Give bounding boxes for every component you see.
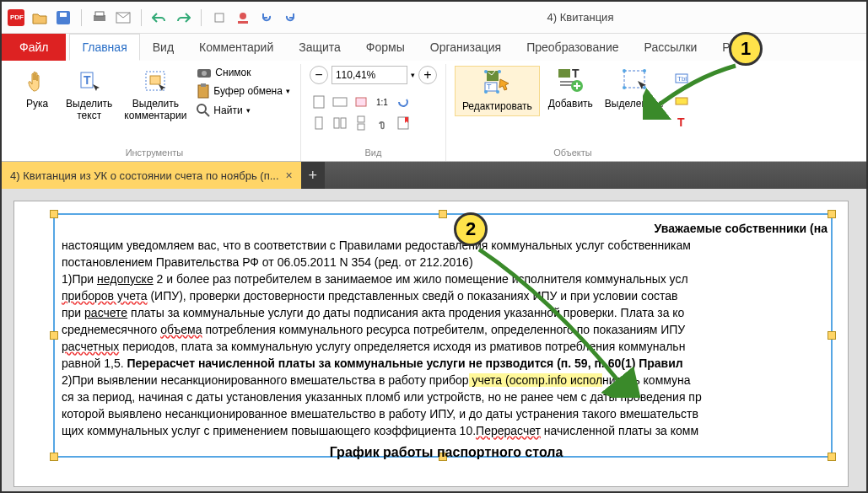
find-button[interactable]: Найти▾: [195, 103, 292, 118]
actual-size-icon[interactable]: 1:1: [373, 93, 391, 111]
group-tools: Рука T Выделить текст Выделить комментар…: [8, 64, 301, 161]
tab-comment[interactable]: Комментарий: [186, 34, 286, 61]
add-icon: T: [557, 67, 584, 94]
annotation-arrow-1: [643, 61, 744, 120]
facing-icon[interactable]: [331, 114, 349, 132]
print-icon[interactable]: [90, 8, 109, 27]
svg-text:T: T: [84, 73, 91, 87]
continuous-icon[interactable]: [352, 114, 370, 132]
zoom-out-button[interactable]: −: [310, 66, 328, 84]
rotate-icon[interactable]: [394, 93, 412, 111]
svg-rect-7: [215, 13, 224, 22]
tab-home[interactable]: Главная: [69, 34, 139, 61]
tab-organize[interactable]: Организация: [418, 34, 514, 61]
camera-icon: [197, 67, 212, 78]
svg-rect-9: [238, 21, 248, 24]
document-tab-label: 4) Квитанция из УК о состоянии счета по …: [10, 169, 279, 182]
page-area: Уважаемые собственники (на настоящим уве…: [2, 189, 866, 492]
svg-rect-21: [356, 98, 366, 106]
svg-point-33: [498, 70, 501, 73]
svg-rect-25: [341, 118, 346, 128]
select-comments-button[interactable]: Выделить комментарии: [121, 66, 190, 123]
add-button[interactable]: T Добавить: [545, 66, 596, 111]
svg-rect-16: [198, 85, 208, 98]
document-tabs: 4) Квитанция из УК о состоянии счета по …: [2, 162, 866, 189]
window-title: 4) Квитанция: [299, 11, 861, 24]
edit-icon: T: [483, 70, 510, 97]
document-page[interactable]: Уважаемые собственники (на настоящим уве…: [13, 201, 849, 487]
document-tab[interactable]: 4) Квитанция из УК о состоянии счета по …: [2, 162, 301, 189]
tab-file[interactable]: Файл: [2, 34, 66, 61]
svg-point-8: [240, 13, 246, 19]
new-tab-button[interactable]: +: [301, 162, 325, 189]
svg-rect-24: [334, 118, 339, 128]
svg-text:PDF: PDF: [10, 13, 24, 21]
tab-forms[interactable]: Формы: [353, 34, 418, 61]
annotation-callout-2: 2: [454, 212, 488, 246]
svg-point-18: [197, 104, 206, 113]
zoom-in-button[interactable]: +: [418, 66, 437, 84]
annotation-callout-1: 1: [729, 32, 763, 66]
close-tab-icon[interactable]: ×: [286, 169, 293, 182]
app-icon: PDF: [7, 8, 25, 27]
svg-point-44: [623, 86, 626, 89]
svg-text:T: T: [572, 67, 580, 80]
zoom-dropdown[interactable]: ▾: [411, 71, 415, 79]
rotate-right-icon[interactable]: [281, 8, 299, 27]
fit-visible-icon[interactable]: [352, 93, 370, 111]
undo-icon[interactable]: [150, 8, 169, 27]
svg-point-42: [623, 69, 626, 72]
group-tools-label: Инструменты: [126, 146, 184, 159]
resize-handle[interactable]: [50, 453, 58, 461]
svg-rect-26: [358, 116, 364, 122]
svg-point-32: [484, 70, 488, 73]
hand-icon: [24, 67, 51, 94]
group-view: − ▾ + 1:1 Вид: [301, 64, 446, 161]
single-page-icon[interactable]: [310, 114, 328, 132]
fit-width-icon[interactable]: [331, 93, 349, 111]
tab-view[interactable]: Вид: [140, 34, 186, 61]
svg-rect-17: [201, 83, 206, 87]
attach-icon[interactable]: [373, 114, 391, 132]
svg-rect-13: [150, 76, 160, 84]
doc-heading: Уважаемые собственники (на: [62, 220, 831, 237]
svg-rect-5: [95, 12, 104, 16]
rotate-left-icon[interactable]: [257, 8, 276, 27]
select-text-button[interactable]: T Выделить текст: [62, 66, 116, 123]
resize-handle[interactable]: [439, 210, 447, 218]
tab-convert[interactable]: Преобразование: [514, 34, 631, 61]
clipboard-icon: [197, 83, 210, 99]
svg-rect-3: [60, 13, 67, 17]
tab-protect[interactable]: Защита: [286, 34, 353, 61]
mail-icon[interactable]: [114, 8, 132, 27]
fit-page-icon[interactable]: [310, 93, 328, 111]
zoom-input[interactable]: [332, 66, 407, 84]
resize-handle[interactable]: [50, 210, 58, 218]
clipboard-button[interactable]: Буфер обмена▾: [195, 83, 292, 99]
redo-icon[interactable]: [174, 8, 192, 27]
open-icon[interactable]: [30, 8, 49, 27]
tab-mail[interactable]: Рассылки: [632, 34, 710, 61]
svg-rect-20: [333, 98, 347, 106]
search-icon: [197, 104, 210, 117]
svg-rect-29: [487, 71, 499, 81]
edit-button[interactable]: T Редактировать: [455, 66, 540, 116]
scroll-icon[interactable]: [210, 8, 229, 27]
svg-point-35: [496, 90, 499, 94]
snapshot-button[interactable]: Снимок: [195, 66, 292, 79]
edit-label: Редактировать: [462, 100, 532, 112]
select-comments-label: Выделить комментарии: [124, 98, 186, 121]
select-comments-icon: [142, 67, 169, 94]
svg-rect-27: [358, 124, 364, 130]
add-label: Добавить: [548, 98, 593, 110]
save-icon[interactable]: [54, 8, 73, 27]
svg-text:1:1: 1:1: [376, 98, 388, 107]
svg-text:T: T: [487, 83, 492, 91]
svg-point-15: [202, 71, 207, 76]
hand-button[interactable]: Рука: [17, 66, 57, 111]
resize-handle[interactable]: [50, 331, 58, 340]
stamp-icon[interactable]: [234, 8, 252, 27]
title-bar: PDF 4) Квитанция: [2, 2, 866, 34]
resize-handle[interactable]: [828, 210, 836, 218]
bookmarks-icon[interactable]: [394, 114, 412, 132]
